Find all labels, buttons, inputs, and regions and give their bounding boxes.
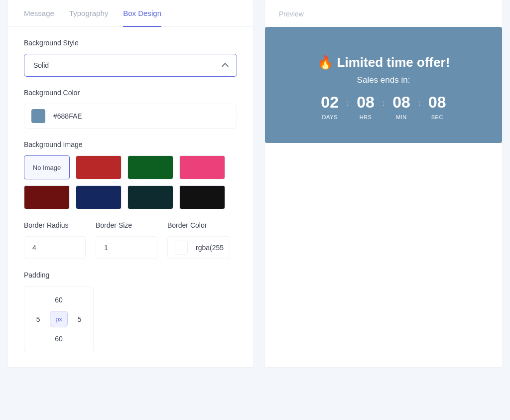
border-radius-input[interactable]	[24, 236, 86, 259]
offer-title: 🔥 Limited time offer!	[270, 55, 497, 70]
countdown-secs-label: SEC	[431, 114, 443, 120]
background-color-swatch[interactable]	[31, 109, 45, 123]
bg-image-option-teal[interactable]	[128, 185, 173, 209]
countdown-days-value: 02	[321, 94, 339, 110]
background-style-label: Background Style	[24, 39, 237, 47]
tab-message[interactable]: Message	[24, 0, 54, 26]
section-background-image: Background Image No Image	[8, 129, 253, 209]
countdown: 02 DAYS : 08 HRS : 08 MIN : 08 SEC	[270, 94, 497, 120]
padding-label: Padding	[24, 271, 237, 279]
tab-typography[interactable]: Typography	[69, 0, 108, 26]
background-style-value: Solid	[33, 61, 49, 69]
bg-image-option-red[interactable]	[76, 155, 122, 179]
border-color-input[interactable]: rgba(255	[167, 236, 230, 259]
preview-box: 🔥 Limited time offer! Sales ends in: 02 …	[265, 27, 502, 143]
preview-panel: Preview 🔥 Limited time offer! Sales ends…	[265, 0, 502, 367]
countdown-mins: 08 MIN	[388, 94, 414, 120]
border-color-label: Border Color	[167, 221, 230, 229]
countdown-separator: :	[347, 94, 349, 107]
padding-unit-toggle[interactable]: px	[50, 311, 68, 327]
fire-icon: 🔥	[317, 55, 333, 70]
padding-box: 60 5 px 5 60	[24, 286, 94, 352]
padding-left-input[interactable]: 5	[33, 312, 43, 326]
bg-image-option-pink[interactable]	[179, 155, 225, 179]
bg-image-option-green[interactable]	[128, 155, 173, 179]
countdown-mins-label: MIN	[396, 114, 407, 120]
countdown-mins-value: 08	[392, 94, 410, 110]
border-row: Border Radius Border Size Border Color r…	[8, 209, 253, 259]
countdown-days: 02 DAYS	[317, 94, 343, 120]
border-radius-col: Border Radius	[24, 221, 86, 259]
settings-panel: Message Typography Box Design Background…	[8, 0, 253, 367]
countdown-secs-value: 08	[428, 94, 446, 110]
section-background-style: Background Style Solid	[8, 27, 253, 77]
countdown-days-label: DAYS	[322, 114, 338, 120]
countdown-hours-label: HRS	[360, 114, 372, 120]
border-color-col: Border Color rgba(255	[167, 221, 230, 259]
offer-title-text: Limited time offer!	[337, 55, 450, 70]
section-background-color: Background Color #688FAE	[8, 77, 253, 129]
padding-bottom-input[interactable]: 60	[52, 332, 66, 346]
countdown-hours-value: 08	[357, 94, 375, 110]
background-image-label: Background Image	[24, 140, 237, 148]
background-style-select[interactable]: Solid	[24, 54, 237, 77]
padding-top-input[interactable]: 60	[52, 293, 66, 307]
border-size-input[interactable]	[96, 236, 157, 259]
countdown-hours: 08 HRS	[353, 94, 379, 120]
border-color-swatch[interactable]	[174, 241, 188, 255]
countdown-separator: :	[382, 94, 384, 107]
tab-box-design[interactable]: Box Design	[123, 0, 161, 26]
countdown-separator: :	[418, 94, 420, 107]
background-color-label: Background Color	[24, 89, 237, 97]
border-radius-label: Border Radius	[24, 221, 86, 229]
bg-image-option-navy[interactable]	[76, 185, 122, 209]
offer-subtitle: Sales ends in:	[270, 75, 497, 85]
bg-image-option-black[interactable]	[179, 185, 225, 209]
background-image-grid: No Image	[24, 155, 237, 209]
tabs: Message Typography Box Design	[8, 0, 253, 27]
preview-label: Preview	[265, 8, 502, 27]
countdown-secs: 08 SEC	[424, 94, 450, 120]
bg-image-option-none[interactable]: No Image	[24, 155, 70, 179]
border-color-value: rgba(255	[196, 244, 224, 252]
background-color-input[interactable]: #688FAE	[24, 104, 237, 129]
border-size-label: Border Size	[96, 221, 157, 229]
border-size-col: Border Size	[96, 221, 157, 259]
bg-image-option-darkred[interactable]	[24, 185, 70, 209]
chevron-up-icon	[222, 63, 229, 70]
padding-right-input[interactable]: 5	[75, 312, 85, 326]
section-padding: Padding 60 5 px 5 60	[8, 259, 253, 352]
app-root: Message Typography Box Design Background…	[0, 0, 510, 375]
background-color-value: #688FAE	[53, 112, 82, 120]
